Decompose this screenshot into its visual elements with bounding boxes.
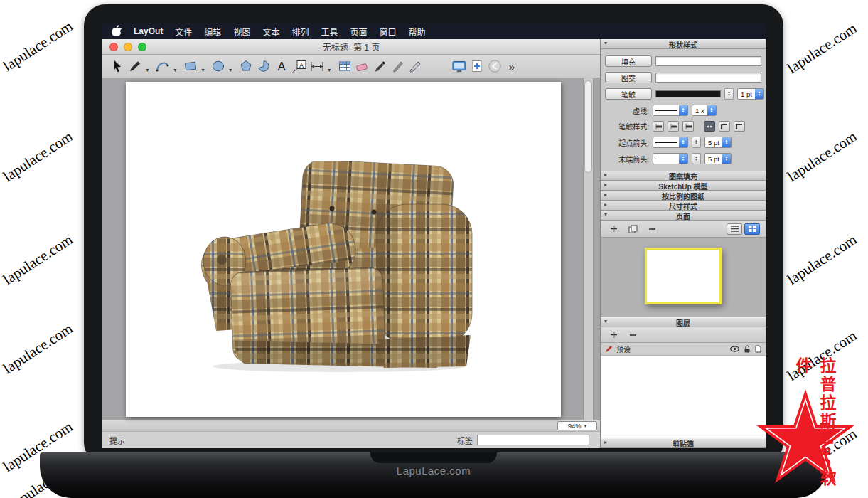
stepper-icon[interactable]: ▲▼ bbox=[722, 137, 731, 147]
list-view-button[interactable] bbox=[727, 223, 742, 235]
stepper-icon[interactable]: ▲▼ bbox=[679, 137, 687, 147]
chevron-down-icon[interactable]: ▼ bbox=[228, 68, 233, 73]
add-layer-button[interactable] bbox=[606, 329, 621, 341]
label-tool[interactable]: A bbox=[291, 57, 307, 75]
fill-button[interactable]: 填充 bbox=[605, 55, 652, 67]
delete-layer-button[interactable] bbox=[626, 329, 640, 341]
cap-butt-button[interactable] bbox=[653, 121, 664, 132]
grid-view-button[interactable] bbox=[744, 223, 760, 235]
toolbar-overflow-button[interactable]: » bbox=[509, 60, 515, 73]
polygon-tool[interactable] bbox=[238, 57, 254, 75]
stepper-icon[interactable]: ▲▼ bbox=[707, 105, 716, 115]
pattern-button[interactable]: 图案 bbox=[605, 72, 652, 83]
vertical-scrollbar[interactable] bbox=[583, 78, 594, 420]
pie-tool[interactable] bbox=[256, 57, 272, 75]
eye-icon[interactable] bbox=[730, 346, 739, 352]
join-miter-button[interactable] bbox=[734, 121, 745, 132]
cap-round-button[interactable] bbox=[668, 121, 679, 132]
dimension-tool[interactable] bbox=[309, 57, 325, 75]
pattern-well[interactable] bbox=[655, 73, 761, 83]
table-tool[interactable] bbox=[337, 57, 353, 75]
stepper-icon[interactable]: ▲▼ bbox=[722, 154, 731, 164]
minimize-button[interactable] bbox=[124, 43, 132, 51]
previous-page-button[interactable] bbox=[487, 57, 503, 75]
apple-menu[interactable] bbox=[112, 25, 122, 38]
scaled-drawing-header[interactable]: 按比例的图纸 bbox=[601, 191, 766, 201]
chevron-down-icon[interactable]: ▼ bbox=[145, 68, 150, 73]
pattern-fill-title: 图案填充 bbox=[669, 171, 697, 181]
duplicate-page-button[interactable] bbox=[626, 223, 640, 235]
shape-style-header[interactable]: 形状样式 bbox=[601, 39, 766, 49]
menu-item-help[interactable]: 帮助 bbox=[408, 26, 425, 38]
menu-item-window[interactable]: 窗口 bbox=[379, 26, 396, 38]
fill-color-well[interactable] bbox=[655, 56, 761, 66]
stroke-width-dropdown[interactable]: 1 pt▲▼ bbox=[737, 88, 764, 100]
pie-icon bbox=[257, 59, 271, 73]
lock-icon[interactable] bbox=[744, 345, 751, 353]
stepper-icon[interactable]: ▲▼ bbox=[755, 89, 763, 99]
menu-item-arrange[interactable]: 排列 bbox=[291, 26, 309, 38]
zoom-dropdown[interactable]: 94% bbox=[557, 421, 597, 430]
select-tool[interactable] bbox=[109, 57, 125, 75]
stroke-color-well[interactable] bbox=[655, 90, 721, 97]
add-page-button[interactable] bbox=[606, 223, 621, 235]
layers-header[interactable]: 图层 bbox=[601, 317, 766, 327]
circle-tool[interactable] bbox=[210, 57, 226, 75]
start-arrow-stepper[interactable]: ▲▼ bbox=[692, 137, 701, 148]
join-round-button[interactable] bbox=[719, 121, 730, 132]
layer-row[interactable]: 预设 bbox=[601, 343, 766, 356]
line-tool[interactable] bbox=[127, 57, 143, 75]
presentation-button[interactable] bbox=[451, 57, 467, 75]
split-tool[interactable] bbox=[408, 57, 424, 75]
chevron-down-icon[interactable]: ▼ bbox=[200, 68, 205, 73]
scrollbar-thumb[interactable] bbox=[584, 80, 592, 173]
menu-item-edit[interactable]: 编辑 bbox=[204, 26, 221, 38]
menu-item-pages[interactable]: 页面 bbox=[350, 26, 367, 38]
menu-item-text[interactable]: 文本 bbox=[262, 26, 279, 38]
arc-tool[interactable] bbox=[155, 57, 171, 75]
document-page[interactable] bbox=[126, 82, 561, 417]
end-arrow-dropdown[interactable]: ▲▼ bbox=[653, 153, 688, 164]
add-page-button[interactable] bbox=[469, 57, 485, 75]
layers-list-area[interactable] bbox=[601, 356, 766, 438]
page-icon[interactable] bbox=[755, 345, 761, 353]
start-arrow-size-dropdown[interactable]: 5 pt▲▼ bbox=[704, 137, 732, 148]
pages-header[interactable]: 页面 bbox=[601, 211, 766, 221]
dash-pattern-button[interactable] bbox=[704, 121, 715, 132]
close-button[interactable] bbox=[109, 43, 118, 51]
text-tool[interactable]: A bbox=[274, 57, 289, 75]
menu-item-file[interactable]: 文件 bbox=[175, 26, 192, 38]
scrapbook-header[interactable]: 剪贴簿 bbox=[601, 438, 766, 448]
end-arrow-stepper[interactable]: ▲▼ bbox=[692, 153, 701, 164]
dash-scale-dropdown[interactable]: 1 x▲▼ bbox=[692, 105, 717, 116]
stroke-width-stepper[interactable]: ▲▼ bbox=[724, 88, 734, 100]
canvas[interactable] bbox=[102, 78, 600, 420]
dimension-style-header[interactable]: 尺寸样式 bbox=[601, 201, 766, 211]
rectangle-tool[interactable] bbox=[183, 57, 198, 75]
pencil-icon bbox=[128, 59, 142, 73]
menu-item-view[interactable]: 视图 bbox=[233, 26, 250, 38]
delete-page-button[interactable] bbox=[645, 223, 659, 235]
tag-input[interactable] bbox=[477, 435, 589, 445]
stroke-button[interactable]: 笔触 bbox=[605, 88, 652, 100]
stepper-icon[interactable]: ▲▼ bbox=[679, 105, 687, 115]
page-thumbnail[interactable] bbox=[645, 248, 722, 304]
armchair-model[interactable] bbox=[200, 161, 473, 372]
end-arrow-size-dropdown[interactable]: 5 pt▲▼ bbox=[704, 153, 732, 164]
layers-toolbar bbox=[601, 327, 766, 343]
sketchup-model-header[interactable]: SketchUp 模型 bbox=[601, 181, 766, 191]
chevron-down-icon[interactable]: ▼ bbox=[327, 68, 332, 73]
join-tool[interactable] bbox=[390, 57, 406, 75]
maximize-button[interactable] bbox=[138, 43, 146, 51]
pattern-fill-header[interactable]: 图案填充 bbox=[601, 171, 766, 181]
cap-butt-icon bbox=[654, 123, 663, 130]
stepper-icon[interactable]: ▲▼ bbox=[679, 154, 687, 164]
cap-square-button[interactable] bbox=[682, 121, 694, 132]
style-tool[interactable] bbox=[373, 57, 388, 75]
start-arrow-dropdown[interactable]: ▲▼ bbox=[653, 137, 688, 148]
chevron-down-icon[interactable]: ▼ bbox=[173, 68, 178, 73]
eraser-tool[interactable] bbox=[355, 57, 370, 75]
menu-app-name[interactable]: LayOut bbox=[134, 26, 163, 36]
dash-style-dropdown[interactable]: ▲▼ bbox=[653, 105, 688, 116]
menu-item-tools[interactable]: 工具 bbox=[321, 26, 338, 38]
